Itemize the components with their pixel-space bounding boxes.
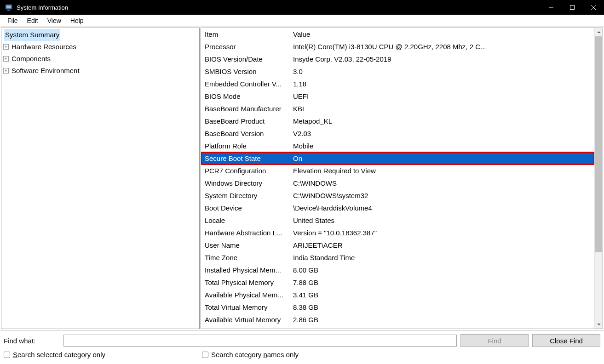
list-cell-value: Version = "10.0.18362.387" [293, 229, 594, 237]
list-cell-value: 7.88 GB [293, 279, 594, 286]
list-row[interactable]: PCR7 ConfigurationElevation Required to … [201, 165, 594, 177]
list-cell-value: Intel(R) Core(TM) i3-8130U CPU @ 2.20GHz… [293, 43, 594, 51]
list-header[interactable]: Item Value [201, 28, 594, 40]
menu-edit[interactable]: Edit [23, 16, 43, 25]
list-row[interactable]: System DirectoryC:\WINDOWS\system32 [201, 189, 594, 202]
find-button[interactable]: Find [460, 334, 529, 347]
list-cell-item: SMBIOS Version [201, 68, 293, 75]
list-cell-item: BaseBoard Version [201, 130, 293, 137]
list-cell-item: Total Virtual Memory [201, 303, 293, 311]
list-cell-item: Installed Physical Mem... [201, 266, 293, 274]
svg-rect-1 [6, 6, 11, 8]
close-button[interactable] [583, 0, 604, 15]
list-cell-item: Time Zone [201, 254, 293, 262]
vertical-scrollbar[interactable] [594, 28, 603, 329]
list-cell-item: BaseBoard Product [201, 117, 293, 125]
list-cell-value: \Device\HarddiskVolume4 [293, 204, 594, 212]
list-cell-value: KBL [293, 105, 594, 113]
list-cell-item: Windows Directory [201, 179, 293, 187]
list-cell-value: Mobile [293, 142, 594, 150]
list-row[interactable]: Secure Boot StateOn [201, 152, 594, 165]
tree-item[interactable]: +Software Environment [3, 65, 199, 77]
maximize-button[interactable] [562, 0, 583, 15]
list-row[interactable]: Installed Physical Mem...8.00 GB [201, 264, 594, 276]
tree-item[interactable]: +Components [3, 53, 199, 65]
list-cell-value: India Standard Time [293, 254, 594, 262]
main-area: System Summary +Hardware Resources+Compo… [0, 27, 604, 330]
minimize-button[interactable] [541, 0, 562, 15]
menu-view[interactable]: View [43, 16, 66, 25]
category-tree: System Summary +Hardware Resources+Compo… [1, 28, 199, 77]
list-row[interactable]: Available Virtual Memory2.86 GB [201, 313, 594, 326]
checkbox-label: Search category names only [211, 351, 299, 358]
list-cell-item: Platform Role [201, 142, 293, 150]
tree-expand-icon[interactable]: + [3, 56, 9, 62]
category-tree-pane: System Summary +Hardware Resources+Compo… [1, 28, 200, 329]
list-row[interactable]: BaseBoard VersionV2.03 [201, 127, 594, 140]
list-row[interactable]: Total Virtual Memory8.38 GB [201, 301, 594, 313]
column-header-value[interactable]: Value [293, 30, 594, 38]
tree-expand-icon[interactable]: + [3, 44, 9, 50]
list-cell-item: User Name [201, 241, 293, 249]
list-cell-value: 3.0 [293, 68, 594, 75]
list-row[interactable]: Boot Device\Device\HarddiskVolume4 [201, 202, 594, 214]
find-what-input[interactable] [63, 335, 457, 347]
list-cell-item: System Directory [201, 192, 293, 199]
list-cell-item: Embedded Controller V... [201, 80, 293, 88]
list-row[interactable]: BIOS Version/DateInsyde Corp. V2.03, 22-… [201, 53, 594, 65]
scroll-up-icon[interactable] [595, 28, 603, 36]
list-row[interactable]: BIOS ModeUEFI [201, 90, 594, 102]
tree-root-system-summary[interactable]: System Summary [3, 29, 199, 41]
list-cell-value: C:\WINDOWS\system32 [293, 192, 594, 199]
list-cell-item: BaseBoard Manufacturer [201, 105, 293, 113]
find-what-label: Find what: [4, 337, 60, 345]
list-cell-item: Boot Device [201, 204, 293, 212]
list-cell-value: ARIJEET\ACER [293, 241, 594, 249]
list-row[interactable]: Embedded Controller V...1.18 [201, 78, 594, 90]
details-list: Item Value ProcessorIntel(R) Core(TM) i3… [201, 28, 594, 329]
list-row[interactable]: LocaleUnited States [201, 214, 594, 227]
details-pane: Item Value ProcessorIntel(R) Core(TM) i3… [201, 28, 603, 329]
scrollbar-thumb[interactable] [595, 36, 602, 252]
list-cell-item: Locale [201, 216, 293, 224]
tree-item-label: Software Environment [11, 65, 81, 77]
tree-expand-icon[interactable]: + [3, 68, 9, 74]
list-row[interactable]: BaseBoard ProductMetapod_KL [201, 115, 594, 127]
tree-item-label: Hardware Resources [11, 41, 77, 53]
list-cell-value: On [293, 154, 594, 162]
list-cell-item: Processor [201, 43, 293, 51]
list-cell-value: V2.03 [293, 130, 594, 137]
search-selected-category-box[interactable] [4, 352, 10, 358]
search-category-names-checkbox[interactable]: Search category names only [202, 351, 299, 358]
tree-item[interactable]: +Hardware Resources [3, 41, 199, 53]
list-row[interactable]: Total Physical Memory7.88 GB [201, 276, 594, 289]
list-row[interactable]: Windows DirectoryC:\WINDOWS [201, 177, 594, 189]
list-cell-value: 8.38 GB [293, 303, 594, 311]
search-category-names-box[interactable] [202, 352, 208, 358]
list-cell-value: United States [293, 216, 594, 224]
list-row[interactable]: Platform RoleMobile [201, 140, 594, 152]
menu-file[interactable]: File [3, 16, 23, 25]
list-cell-value: Elevation Required to View [293, 167, 594, 175]
list-row[interactable]: Available Physical Mem...3.41 GB [201, 289, 594, 301]
list-row[interactable]: BaseBoard ManufacturerKBL [201, 102, 594, 115]
list-row[interactable]: User NameARIJEET\ACER [201, 239, 594, 251]
menu-bar: File Edit View Help [0, 15, 604, 27]
list-row[interactable]: Hardware Abstraction L...Version = "10.0… [201, 227, 594, 239]
scrollbar-track[interactable] [595, 36, 603, 320]
scroll-down-icon[interactable] [595, 320, 603, 329]
tree-root-label: System Summary [4, 29, 60, 41]
search-selected-category-checkbox[interactable]: Search selected category only [4, 351, 105, 358]
list-cell-item: Hardware Abstraction L... [201, 229, 293, 237]
list-row[interactable]: Time ZoneIndia Standard Time [201, 251, 594, 264]
list-cell-item: Available Physical Mem... [201, 291, 293, 299]
list-row[interactable]: SMBIOS Version3.0 [201, 65, 594, 78]
close-find-button[interactable]: Close Find [532, 334, 600, 347]
window-title: System Information [17, 4, 68, 11]
column-header-item[interactable]: Item [201, 30, 293, 38]
svg-rect-4 [570, 6, 575, 10]
list-cell-item: Total Physical Memory [201, 279, 293, 286]
tree-item-label: Components [11, 53, 52, 65]
menu-help[interactable]: Help [66, 16, 88, 25]
list-row[interactable]: ProcessorIntel(R) Core(TM) i3-8130U CPU … [201, 40, 594, 53]
